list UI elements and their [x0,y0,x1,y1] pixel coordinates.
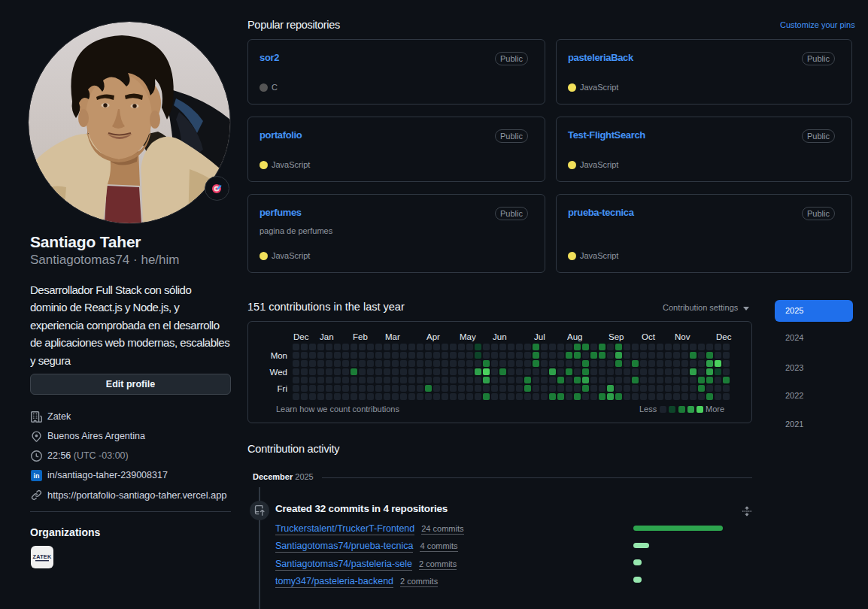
svg-text:ZATEK: ZATEK [33,553,52,560]
svg-text:in: in [33,472,39,480]
